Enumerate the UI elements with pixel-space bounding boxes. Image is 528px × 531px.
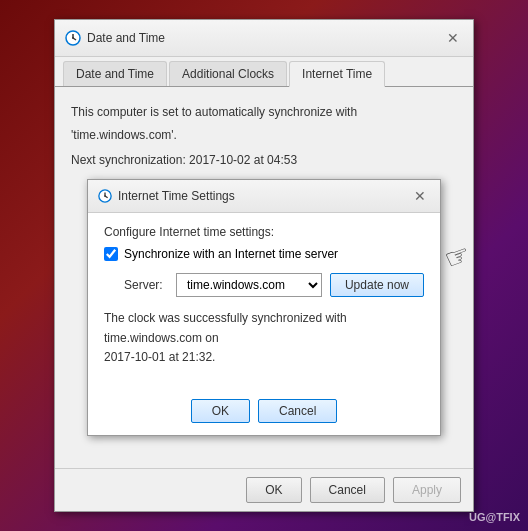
configure-label: Configure Internet time settings: bbox=[104, 225, 424, 239]
inner-close-button[interactable]: ✕ bbox=[410, 186, 430, 206]
main-dialog: Date and Time ✕ Date and Time Additional… bbox=[54, 19, 474, 512]
inner-bottom-buttons: OK Cancel bbox=[88, 391, 440, 435]
inner-title-bar-left: Internet Time Settings bbox=[98, 189, 235, 203]
inner-dialog: Internet Time Settings ✕ Configure Inter… bbox=[87, 179, 441, 436]
title-bar-left: Date and Time bbox=[65, 30, 165, 46]
svg-point-7 bbox=[104, 196, 106, 198]
apply-button[interactable]: Apply bbox=[393, 477, 461, 503]
ok-button[interactable]: OK bbox=[246, 477, 301, 503]
inner-content: Configure Internet time settings: Synchr… bbox=[88, 213, 440, 391]
server-select[interactable]: time.windows.com time.nist.gov pool.ntp.… bbox=[176, 273, 322, 297]
inner-cancel-button[interactable]: Cancel bbox=[258, 399, 337, 423]
tabs-container: Date and Time Additional Clocks Internet… bbox=[55, 57, 473, 87]
main-close-button[interactable]: ✕ bbox=[443, 28, 463, 48]
cursor-hand-icon: ☞ bbox=[440, 237, 475, 277]
server-label: Server: bbox=[124, 278, 168, 292]
svg-point-3 bbox=[72, 37, 74, 39]
server-row: Server: time.windows.com time.nist.gov p… bbox=[104, 273, 424, 297]
next-sync-text: Next synchronization: 2017-10-02 at 04:5… bbox=[71, 153, 457, 167]
main-title-bar: Date and Time ✕ bbox=[55, 20, 473, 57]
update-now-button[interactable]: Update now bbox=[330, 273, 424, 297]
checkbox-row: Synchronize with an Internet time server bbox=[104, 247, 424, 261]
main-dialog-title: Date and Time bbox=[87, 31, 165, 45]
sync-info-line2: 'time.windows.com'. bbox=[71, 126, 457, 145]
main-content-area: This computer is set to automatically sy… bbox=[55, 87, 473, 468]
tab-date-time[interactable]: Date and Time bbox=[63, 61, 167, 86]
clock-icon bbox=[65, 30, 81, 46]
sync-checkbox[interactable] bbox=[104, 247, 118, 261]
sync-checkbox-label: Synchronize with an Internet time server bbox=[124, 247, 338, 261]
watermark-text: UG@TFIX bbox=[469, 511, 520, 523]
inner-clock-icon bbox=[98, 189, 112, 203]
inner-dialog-title: Internet Time Settings bbox=[118, 189, 235, 203]
tab-additional-clocks[interactable]: Additional Clocks bbox=[169, 61, 287, 86]
sync-info-line1: This computer is set to automatically sy… bbox=[71, 103, 457, 122]
tab-internet-time[interactable]: Internet Time bbox=[289, 61, 385, 87]
inner-title-bar: Internet Time Settings ✕ bbox=[88, 180, 440, 213]
inner-ok-button[interactable]: OK bbox=[191, 399, 250, 423]
bottom-buttons: OK Cancel Apply bbox=[55, 468, 473, 511]
cancel-button[interactable]: Cancel bbox=[310, 477, 385, 503]
sync-success-text: The clock was successfully synchronized … bbox=[104, 309, 424, 367]
